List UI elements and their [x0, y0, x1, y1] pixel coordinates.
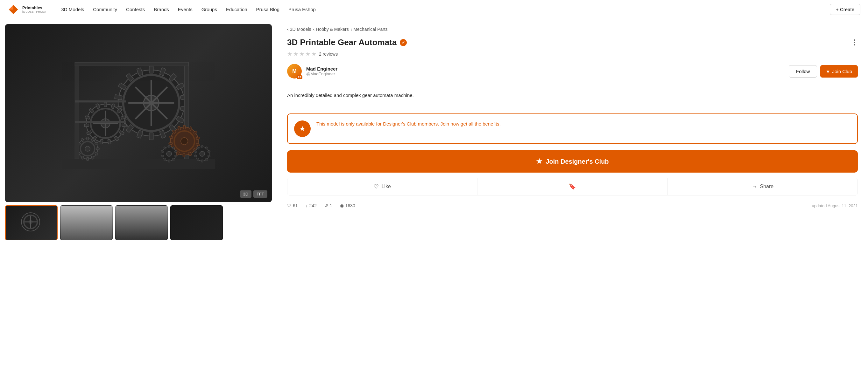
more-options-icon[interactable]: ⋮	[851, 38, 858, 47]
thumbnail-3[interactable]	[170, 205, 223, 240]
svg-rect-63	[75, 62, 79, 159]
star-5: ★	[311, 50, 316, 58]
svg-rect-67	[75, 121, 126, 123]
svg-rect-35	[122, 124, 126, 127]
club-notice-icon: ★	[294, 120, 311, 137]
avatar-badge: 23	[297, 75, 302, 79]
nav-item-3d-models[interactable]: 3D Models	[61, 7, 84, 12]
breadcrumb-3d-models[interactable]: ‹ 3D Models	[287, 27, 311, 32]
join-club-small-button[interactable]: ★ Join Club	[820, 65, 858, 77]
ratings-row: ★ ★ ★ ★ ★ 2 reviews	[287, 50, 858, 58]
nav-item-community[interactable]: Community	[93, 7, 117, 12]
svg-rect-20	[115, 95, 122, 100]
action-row: ♡ Like 🔖 → Share	[287, 178, 858, 196]
breadcrumb: ‹ 3D Models ‹ Hobby & Makers ‹ Mechanica…	[287, 27, 858, 32]
main-image-wrap: 3D FFF	[5, 24, 272, 202]
share-button[interactable]: → Share	[668, 178, 858, 195]
stats-row: ♡ 61 ↓ 242 ↺ 1 ◉ 1630 updated August 11,…	[287, 203, 858, 208]
svg-point-50	[85, 146, 90, 151]
join-star-icon: ★	[536, 157, 542, 166]
author-row: M 23 Mad Engineer @MadEngineer Follow ★ …	[287, 64, 858, 78]
author-buttons: Follow ★ Join Club	[789, 65, 858, 77]
remix-icon: ↺	[324, 203, 328, 208]
star-3: ★	[299, 50, 304, 58]
product-description: An incredibly detailed and complex gear …	[287, 92, 858, 99]
bookmark-icon: 🔖	[569, 183, 576, 190]
bookmark-button[interactable]: 🔖	[477, 178, 668, 195]
nav-item-prusa-blog[interactable]: Prusa Blog	[256, 7, 279, 12]
views-icon: ◉	[340, 203, 344, 208]
svg-rect-42	[84, 124, 89, 127]
nav-item-prusa-eshop[interactable]: Prusa Eshop	[288, 7, 316, 12]
page: 3D FFF	[0, 19, 868, 245]
thumbnail-2[interactable]	[115, 205, 168, 240]
star-rating: ★ ★ ★ ★ ★	[287, 50, 316, 58]
svg-rect-6	[149, 66, 153, 73]
svg-rect-87	[168, 146, 170, 148]
svg-point-70	[181, 138, 188, 145]
club-star-icon-small: ★	[826, 69, 830, 74]
svg-rect-2	[62, 159, 215, 169]
svg-rect-31	[104, 102, 106, 107]
svg-rect-15	[149, 133, 153, 140]
badge-fff: FFF	[253, 190, 267, 198]
thumbnail-1[interactable]	[60, 205, 113, 240]
svg-rect-78	[183, 153, 185, 157]
club-notice-text: This model is only available for Designe…	[316, 120, 501, 128]
join-btn-label: Join Designer's Club	[546, 158, 609, 165]
image-section: 3D FFF	[0, 19, 277, 245]
join-designers-club-button[interactable]: ★ Join Designer's Club	[287, 150, 858, 173]
svg-point-86	[166, 151, 172, 156]
share-icon: →	[751, 183, 757, 190]
star-2: ★	[293, 50, 298, 58]
nav-item-brands[interactable]: Brands	[154, 7, 169, 12]
updated-date: updated August 11, 2021	[812, 203, 858, 208]
likes-icon: ♡	[287, 203, 291, 208]
like-button[interactable]: ♡ Like	[287, 178, 477, 195]
stat-views: ◉ 1630	[340, 203, 355, 208]
thumbnail-0[interactable]	[5, 205, 58, 240]
author-handle: @MadEngineer	[306, 71, 784, 76]
image-badges: 3D FFF	[240, 190, 267, 198]
nav-item-groups[interactable]: Groups	[202, 7, 217, 12]
chevron-left-icon: ‹	[287, 27, 289, 32]
club-notice: ★ This model is only available for Desig…	[287, 113, 858, 144]
follow-button[interactable]: Follow	[789, 65, 817, 77]
author-name[interactable]: Mad Engineer	[306, 66, 784, 71]
stat-likes: ♡ 61	[287, 203, 298, 208]
svg-rect-104	[202, 160, 203, 162]
heart-icon: ♡	[374, 183, 379, 190]
svg-marker-1	[9, 5, 13, 9]
chevron-left-icon-2: ‹	[313, 27, 315, 32]
badge-3d: 3D	[240, 190, 252, 198]
breadcrumb-mechanical-parts[interactable]: ‹ Mechanical Parts	[351, 27, 388, 32]
author-info: Mad Engineer @MadEngineer	[306, 66, 784, 76]
create-button[interactable]: + Create	[830, 4, 860, 15]
svg-point-98	[199, 151, 205, 156]
svg-rect-66	[75, 100, 126, 102]
chevron-left-icon-3: ‹	[351, 27, 352, 32]
product-title: 3D Printable Gear Automata	[287, 37, 397, 47]
nav-item-events[interactable]: Events	[178, 7, 192, 12]
svg-rect-54	[96, 148, 99, 150]
stat-remixes: ↺ 1	[324, 203, 332, 208]
nav-item-contests[interactable]: Contests	[126, 7, 145, 12]
author-avatar[interactable]: M 23	[287, 64, 302, 78]
star-1: ★	[287, 50, 292, 58]
svg-rect-65	[75, 62, 188, 66]
nav-item-education[interactable]: Education	[226, 7, 247, 12]
logo-sub: by JOSEF PRUSA	[22, 10, 46, 13]
thumbnail-strip	[5, 205, 272, 240]
nav-links: 3D Models Community Contests Brands Even…	[61, 7, 316, 12]
reviews-count: 2 reviews	[319, 51, 338, 57]
svg-rect-92	[168, 160, 170, 162]
logo-icon	[8, 4, 19, 15]
logo[interactable]: Printables by JOSEF PRUSA	[8, 4, 46, 15]
star-4: ★	[305, 50, 310, 58]
main-image	[5, 24, 272, 202]
navigation: Printables by JOSEF PRUSA 3D Models Comm…	[0, 0, 868, 19]
divider-2	[287, 107, 858, 107]
product-title-row: 3D Printable Gear Automata ✓ ⋮	[287, 37, 858, 47]
breadcrumb-hobby-makers[interactable]: ‹ Hobby & Makers	[313, 27, 349, 32]
svg-rect-81	[169, 142, 173, 145]
